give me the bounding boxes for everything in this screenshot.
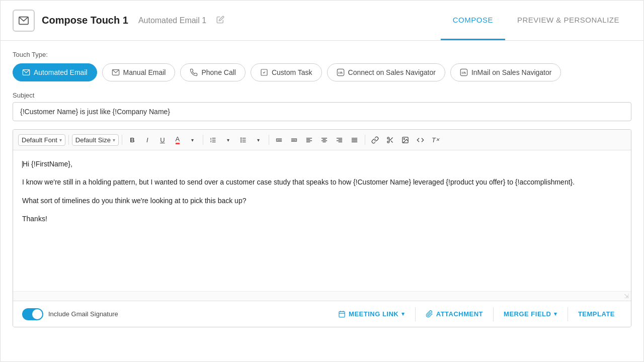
merge-field-button[interactable]: MERGE FIELD ▾ (497, 306, 565, 322)
sep-2 (122, 135, 122, 145)
align-center-button[interactable] (317, 133, 332, 147)
editor-toolbar: Default Font ▾ Default Size ▾ B I U A ▾ (13, 130, 631, 150)
footer-right: MEETING LINK ▾ ATTACHMENT MERGE FIELD ▾ (331, 306, 622, 322)
code-button[interactable] (414, 133, 428, 147)
link-icon (371, 136, 379, 144)
scissors-button[interactable] (383, 133, 397, 147)
linkedin-icon (337, 68, 345, 76)
paperclip-icon (426, 310, 433, 318)
font-size-dropdown[interactable]: Default Size ▾ (72, 134, 119, 146)
font-color-arrow[interactable]: ▾ (186, 133, 200, 147)
gmail-signature-label: Include Gmail Signature (48, 310, 118, 318)
svg-line-40 (391, 141, 392, 142)
linkedin-icon2 (460, 68, 468, 76)
align-left-icon (305, 136, 313, 144)
footer-sep-2 (493, 307, 494, 321)
btn-automated-email[interactable]: Automated Email (13, 63, 97, 81)
align-center-icon (320, 136, 328, 144)
ul-icon (239, 136, 247, 144)
header-tabs: COMPOSE PREVIEW & PERSONALIZE (441, 1, 631, 40)
template-label: TEMPLATE (578, 310, 615, 318)
indent-right-button[interactable] (287, 133, 301, 147)
tab-compose[interactable]: COMPOSE (441, 1, 505, 40)
btn-custom-task[interactable]: Custom Task (251, 63, 322, 81)
compose-icon-box (13, 10, 35, 32)
font-family-arrow: ▾ (59, 137, 62, 143)
btn-phone-call-label: Phone Call (201, 68, 236, 76)
editor-line-1: Hi {!FirstName}, (22, 158, 622, 169)
justify-icon (351, 136, 358, 144)
italic-button[interactable]: I (140, 133, 154, 147)
meeting-link-label: MEETING LINK (349, 310, 398, 318)
compose-icon (18, 15, 29, 26)
btn-connect-sales-nav[interactable]: Connect on Sales Navigator (327, 63, 445, 81)
sep-4 (269, 135, 269, 145)
template-button[interactable]: TEMPLATE (571, 306, 622, 322)
svg-point-38 (387, 141, 389, 143)
footer-sep-1 (415, 307, 416, 321)
editor-body[interactable]: Hi {!FirstName}, I know we're still in a… (13, 150, 631, 291)
editor-line-2: I know we're still in a holding pattern,… (22, 176, 622, 188)
image-button[interactable] (398, 133, 413, 147)
ul-arrow[interactable]: ▾ (252, 133, 266, 147)
btn-inmail-sales-nav[interactable]: InMail on Sales Navigator (450, 63, 561, 81)
clear-format-button[interactable]: T✕ (429, 133, 443, 147)
merge-field-arrow: ▾ (554, 311, 557, 317)
subtitle-label: Automated Email 1 (138, 16, 206, 25)
phone-icon (190, 68, 198, 76)
footer-sep-3 (568, 307, 568, 321)
bold-button[interactable]: B (125, 133, 139, 147)
subject-input[interactable] (13, 102, 631, 121)
attachment-label: ATTACHMENT (436, 310, 483, 318)
align-right-button[interactable] (333, 133, 347, 147)
page-title: Compose Touch 1 (42, 15, 128, 26)
subject-label: Subject (13, 92, 631, 99)
font-size-arrow: ▾ (113, 137, 115, 143)
font-family-dropdown[interactable]: Default Font ▾ (18, 134, 65, 146)
svg-point-37 (387, 137, 389, 139)
underline-button[interactable]: U (155, 133, 170, 147)
btn-automated-email-label: Automated Email (34, 68, 88, 76)
ol-arrow[interactable]: ▾ (221, 133, 235, 147)
header: Compose Touch 1 Automated Email 1 COMPOS… (1, 1, 643, 41)
svg-line-41 (389, 139, 390, 140)
gmail-signature-toggle[interactable] (22, 308, 43, 320)
justify-button[interactable] (348, 133, 362, 147)
btn-manual-email[interactable]: Manual Email (102, 63, 176, 81)
svg-point-14 (241, 141, 242, 142)
ol-icon (209, 136, 217, 144)
edit-icon[interactable] (216, 16, 224, 25)
calendar-icon (338, 310, 346, 318)
align-left-button[interactable] (302, 133, 316, 147)
svg-point-12 (241, 137, 242, 138)
indent-left-button[interactable] (272, 133, 286, 147)
scissors-icon (386, 136, 394, 144)
editor-container: Default Font ▾ Default Size ▾ B I U A ▾ (13, 129, 631, 327)
svg-point-43 (404, 138, 405, 139)
resize-handle: ⇲ (13, 291, 631, 301)
merge-field-label: MERGE FIELD (504, 310, 551, 318)
font-color-button[interactable]: A (171, 133, 185, 147)
editor-footer: Include Gmail Signature MEETING LINK ▾ A… (13, 301, 631, 327)
btn-phone-call[interactable]: Phone Call (180, 63, 246, 81)
attachment-button[interactable]: ATTACHMENT (419, 306, 490, 322)
align-right-icon (336, 136, 343, 144)
image-icon (401, 136, 409, 144)
sep-5 (365, 135, 365, 145)
meeting-link-button[interactable]: MEETING LINK ▾ (331, 306, 412, 322)
ordered-list-button[interactable] (206, 133, 220, 147)
indent-right-icon (290, 136, 298, 144)
svg-rect-44 (339, 312, 345, 317)
tab-preview[interactable]: PREVIEW & PERSONALIZE (505, 1, 631, 40)
email-icon (22, 68, 30, 76)
link-button[interactable] (368, 133, 382, 147)
svg-point-13 (241, 139, 242, 140)
btn-connect-sales-nav-label: Connect on Sales Navigator (348, 68, 436, 76)
btn-inmail-sales-nav-label: InMail on Sales Navigator (471, 68, 552, 76)
indent-left-icon (275, 136, 283, 144)
unordered-list-button[interactable] (236, 133, 251, 147)
meeting-link-arrow: ▾ (401, 311, 405, 317)
email-outline-icon (112, 68, 120, 76)
btn-manual-email-label: Manual Email (123, 68, 166, 76)
header-left: Compose Touch 1 Automated Email 1 (13, 10, 224, 32)
